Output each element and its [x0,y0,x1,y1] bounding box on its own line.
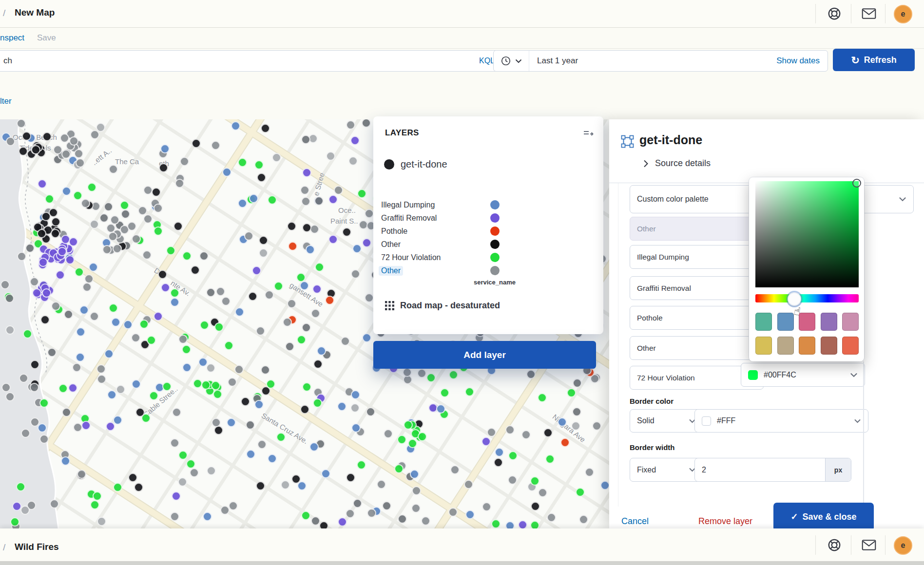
help-icon[interactable] [827,538,842,552]
map-dot [68,383,77,393]
map-dot [338,517,347,527]
legend-label[interactable]: Other [379,266,403,276]
save-and-close-button[interactable]: ✓ Save & close [773,503,874,528]
help-icon[interactable] [827,6,842,21]
user-avatar[interactable]: e [894,536,912,555]
map-dot [149,391,158,400]
toolbar-menu: nspect Save [0,28,924,49]
border-color-picker[interactable]: #FFF [694,409,868,433]
grid-icon [385,301,394,310]
color-swatch-button[interactable] [799,337,815,355]
color-swatch-button[interactable] [842,337,859,355]
source-details-accordion[interactable]: Source details [643,158,711,169]
map-dot [353,499,362,508]
map-dot [317,346,326,356]
cancel-button[interactable]: Cancel [621,516,649,527]
hue-slider-handle[interactable] [788,292,801,306]
map-dot [170,288,179,298]
map-dot [313,359,323,369]
map-dot [139,320,149,329]
map-dot [337,402,346,411]
time-range-value[interactable]: Last 1 year [529,56,578,66]
map-dot [159,163,168,172]
search-input[interactable]: ch KQL [0,50,502,72]
kql-button[interactable]: KQL [479,56,495,65]
category-input[interactable]: Other [630,217,764,241]
map-dot [90,220,99,229]
map-dot [170,298,179,307]
save-menu-item[interactable]: Save [37,33,56,43]
map-dot [365,293,374,302]
map-dot [410,470,419,479]
color-swatch-button[interactable] [755,337,772,355]
saturation-handle[interactable] [852,179,861,188]
map-dot [170,512,179,521]
palette-type-value: Custom color palette [637,195,709,204]
map-dot [342,227,351,237]
map-dot [16,482,25,491]
map-dot [545,454,555,464]
map-dot [154,226,163,236]
mail-icon[interactable] [862,7,876,20]
add-layer-button[interactable]: Add layer [373,341,596,369]
border-style-select[interactable]: Solid [630,409,703,433]
refresh-button[interactable]: ↻ Refresh [833,49,915,71]
category-input[interactable]: Other [630,336,764,360]
show-dates-button[interactable]: Show dates [776,56,828,66]
collapse-layers-icon[interactable] [583,129,594,139]
map-dot [465,510,475,519]
map-dot [538,393,547,402]
map-dot [50,499,59,508]
map-dot [216,287,225,296]
layer-name[interactable]: get-it-done [401,159,447,170]
map-dot [302,382,311,392]
mail-icon[interactable] [862,539,876,551]
color-swatch-button[interactable] [821,337,837,355]
time-picker[interactable]: Last 1 year Show dates [493,50,828,72]
map-dot [113,244,122,253]
border-width-input[interactable]: 2 px [694,458,851,482]
saturation-value-area[interactable] [755,181,859,287]
category-input[interactable]: Pothole [630,306,764,330]
category-input[interactable]: Illegal Dumping [630,245,764,269]
color-swatch-button[interactable] [842,313,859,331]
map-dot [102,245,112,254]
color-swatch-button[interactable] [777,337,794,355]
map-dot [287,299,296,308]
width-mode-select[interactable]: Fixed [630,458,703,482]
hue-slider[interactable] [755,294,859,302]
color-swatch-button[interactable] [799,313,815,331]
scrollbar[interactable] [863,361,864,507]
map-dot [579,515,588,524]
remove-layer-button[interactable]: Remove layer [698,516,752,527]
time-quick-menu[interactable] [494,51,529,71]
map-dot [5,325,15,335]
map-dot [131,333,140,342]
user-avatar[interactable]: e [894,5,912,23]
map-dot [301,135,310,144]
map-dot [99,213,109,223]
map-dot [281,480,290,490]
inspect-menu-item[interactable]: nspect [0,33,24,43]
chevron-down-icon [850,373,858,377]
map-dot [79,305,89,315]
map-dot [558,417,567,427]
map-dot [61,150,71,159]
map-dot [17,252,26,261]
category-input[interactable]: Graffiti Removal [630,276,764,300]
vector-layer-icon [621,135,634,148]
map-dot [394,464,404,473]
category-color-select[interactable]: #00FF4C [741,363,865,387]
map-dot [97,517,106,526]
color-swatch-button[interactable] [755,313,772,331]
map-dot [362,333,371,342]
basemap-layer-row[interactable]: Road map - desaturated [385,301,500,311]
map-dot [178,477,187,487]
add-filter-link[interactable]: lter [0,96,12,106]
map-dot [190,468,199,477]
map-dot [234,365,244,374]
color-swatch-button[interactable] [821,313,837,331]
divider [815,4,816,23]
map-dot [127,222,136,231]
color-swatch-button[interactable] [777,313,794,331]
